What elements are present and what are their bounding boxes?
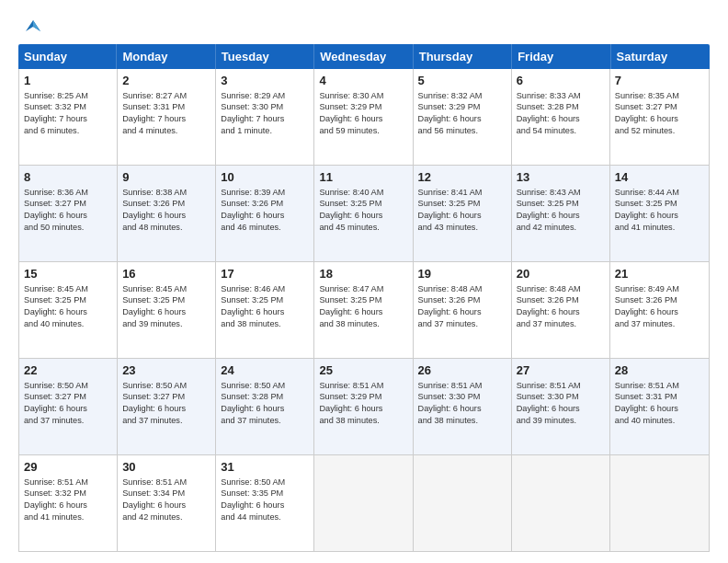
day-number-19: 19: [418, 266, 506, 282]
day-cell-14: 14Sunrise: 8:44 AM Sunset: 3:25 PM Dayli…: [610, 166, 709, 261]
logo: [18, 15, 42, 35]
day-number-8: 8: [24, 169, 112, 186]
day-number-2: 2: [122, 73, 210, 89]
day-text-25: Sunrise: 8:51 AM Sunset: 3:29 PM Dayligh…: [319, 381, 383, 426]
day-cell-20: 20Sunrise: 8:48 AM Sunset: 3:26 PM Dayli…: [512, 262, 610, 358]
day-cell-19: 19Sunrise: 8:48 AM Sunset: 3:26 PM Dayli…: [414, 262, 512, 358]
header-thursday: Thursday: [414, 44, 512, 69]
header-friday: Friday: [512, 44, 610, 69]
week-row-1: 1Sunrise: 8:25 AM Sunset: 3:32 PM Daylig…: [19, 69, 709, 166]
day-text-16: Sunrise: 8:45 AM Sunset: 3:25 PM Dayligh…: [122, 284, 187, 329]
day-cell-13: 13Sunrise: 8:43 AM Sunset: 3:25 PM Dayli…: [512, 166, 610, 261]
day-number-20: 20: [517, 266, 605, 282]
page: Sunday Monday Tuesday Wednesday Thursday…: [0, 0, 728, 563]
day-text-12: Sunrise: 8:41 AM Sunset: 3:25 PM Dayligh…: [418, 188, 483, 233]
day-cell-31: 31Sunrise: 8:50 AM Sunset: 3:35 PM Dayli…: [216, 455, 314, 551]
day-number-28: 28: [615, 362, 704, 379]
day-cell-27: 27Sunrise: 8:51 AM Sunset: 3:30 PM Dayli…: [512, 359, 610, 454]
day-number-7: 7: [615, 73, 704, 89]
day-cell-18: 18Sunrise: 8:47 AM Sunset: 3:25 PM Dayli…: [314, 262, 413, 358]
calendar: Sunday Monday Tuesday Wednesday Thursday…: [18, 44, 710, 552]
day-number-23: 23: [122, 362, 210, 379]
svg-marker-1: [33, 20, 40, 31]
day-cell-22: 22Sunrise: 8:50 AM Sunset: 3:27 PM Dayli…: [19, 359, 118, 454]
calendar-header: Sunday Monday Tuesday Wednesday Thursday…: [18, 44, 710, 69]
logo-bird-icon: [22, 15, 42, 39]
calendar-body: 1Sunrise: 8:25 AM Sunset: 3:32 PM Daylig…: [18, 69, 710, 552]
day-cell-25: 25Sunrise: 8:51 AM Sunset: 3:29 PM Dayli…: [314, 359, 413, 454]
day-number-24: 24: [221, 362, 309, 379]
day-text-11: Sunrise: 8:40 AM Sunset: 3:25 PM Dayligh…: [319, 188, 383, 233]
day-number-4: 4: [319, 73, 407, 89]
day-number-16: 16: [122, 266, 210, 282]
day-cell-15: 15Sunrise: 8:45 AM Sunset: 3:25 PM Dayli…: [19, 262, 118, 358]
day-cell-9: 9Sunrise: 8:38 AM Sunset: 3:26 PM Daylig…: [118, 166, 216, 261]
day-number-29: 29: [24, 459, 112, 476]
day-number-5: 5: [418, 73, 506, 89]
day-number-21: 21: [615, 266, 704, 282]
day-number-3: 3: [221, 73, 309, 89]
day-cell-26: 26Sunrise: 8:51 AM Sunset: 3:30 PM Dayli…: [414, 359, 512, 454]
empty-cell-w4c4: [414, 455, 512, 551]
day-text-23: Sunrise: 8:50 AM Sunset: 3:27 PM Dayligh…: [122, 381, 187, 426]
day-text-27: Sunrise: 8:51 AM Sunset: 3:30 PM Dayligh…: [517, 381, 581, 426]
day-number-26: 26: [418, 362, 506, 379]
day-cell-16: 16Sunrise: 8:45 AM Sunset: 3:25 PM Dayli…: [118, 262, 216, 358]
day-cell-10: 10Sunrise: 8:39 AM Sunset: 3:26 PM Dayli…: [216, 166, 314, 261]
day-text-13: Sunrise: 8:43 AM Sunset: 3:25 PM Dayligh…: [517, 188, 581, 233]
week-row-5: 29Sunrise: 8:51 AM Sunset: 3:32 PM Dayli…: [19, 455, 709, 551]
day-text-29: Sunrise: 8:51 AM Sunset: 3:32 PM Dayligh…: [24, 477, 88, 523]
day-cell-2: 2Sunrise: 8:27 AM Sunset: 3:31 PM Daylig…: [118, 69, 216, 165]
day-cell-6: 6Sunrise: 8:33 AM Sunset: 3:28 PM Daylig…: [512, 69, 610, 165]
header-monday: Monday: [117, 44, 215, 69]
day-cell-24: 24Sunrise: 8:50 AM Sunset: 3:28 PM Dayli…: [216, 359, 314, 454]
day-text-6: Sunrise: 8:33 AM Sunset: 3:28 PM Dayligh…: [517, 91, 581, 136]
day-text-19: Sunrise: 8:48 AM Sunset: 3:26 PM Dayligh…: [418, 284, 483, 329]
day-cell-11: 11Sunrise: 8:40 AM Sunset: 3:25 PM Dayli…: [314, 166, 413, 261]
day-number-12: 12: [418, 169, 506, 186]
day-text-31: Sunrise: 8:50 AM Sunset: 3:35 PM Dayligh…: [221, 477, 285, 523]
day-text-5: Sunrise: 8:32 AM Sunset: 3:29 PM Dayligh…: [418, 91, 483, 136]
day-text-1: Sunrise: 8:25 AM Sunset: 3:32 PM Dayligh…: [24, 91, 88, 136]
day-cell-29: 29Sunrise: 8:51 AM Sunset: 3:32 PM Dayli…: [19, 455, 118, 551]
day-number-25: 25: [319, 362, 407, 379]
day-cell-21: 21Sunrise: 8:49 AM Sunset: 3:26 PM Dayli…: [610, 262, 709, 358]
day-text-20: Sunrise: 8:48 AM Sunset: 3:26 PM Dayligh…: [517, 284, 581, 329]
day-cell-4: 4Sunrise: 8:30 AM Sunset: 3:29 PM Daylig…: [314, 69, 413, 165]
day-number-6: 6: [517, 73, 605, 89]
day-cell-5: 5Sunrise: 8:32 AM Sunset: 3:29 PM Daylig…: [414, 69, 512, 165]
day-number-22: 22: [24, 362, 112, 379]
day-cell-12: 12Sunrise: 8:41 AM Sunset: 3:25 PM Dayli…: [414, 166, 512, 261]
day-number-10: 10: [221, 169, 309, 186]
day-text-22: Sunrise: 8:50 AM Sunset: 3:27 PM Dayligh…: [24, 381, 88, 426]
week-row-2: 8Sunrise: 8:36 AM Sunset: 3:27 PM Daylig…: [19, 166, 709, 262]
day-number-30: 30: [122, 459, 210, 476]
day-cell-28: 28Sunrise: 8:51 AM Sunset: 3:31 PM Dayli…: [610, 359, 709, 454]
day-text-17: Sunrise: 8:46 AM Sunset: 3:25 PM Dayligh…: [221, 284, 285, 329]
day-text-28: Sunrise: 8:51 AM Sunset: 3:31 PM Dayligh…: [615, 381, 679, 426]
day-text-24: Sunrise: 8:50 AM Sunset: 3:28 PM Dayligh…: [221, 381, 285, 426]
day-number-11: 11: [319, 169, 407, 186]
day-text-26: Sunrise: 8:51 AM Sunset: 3:30 PM Dayligh…: [418, 381, 483, 426]
header: [18, 15, 710, 35]
day-text-9: Sunrise: 8:38 AM Sunset: 3:26 PM Dayligh…: [122, 188, 187, 233]
day-cell-3: 3Sunrise: 8:29 AM Sunset: 3:30 PM Daylig…: [216, 69, 314, 165]
day-number-31: 31: [221, 459, 309, 476]
week-row-3: 15Sunrise: 8:45 AM Sunset: 3:25 PM Dayli…: [19, 262, 709, 359]
header-saturday: Saturday: [611, 44, 710, 69]
day-number-17: 17: [221, 266, 309, 282]
day-number-14: 14: [615, 169, 704, 186]
header-wednesday: Wednesday: [314, 44, 413, 69]
empty-cell-w4c3: [314, 455, 413, 551]
day-text-30: Sunrise: 8:51 AM Sunset: 3:34 PM Dayligh…: [122, 477, 187, 523]
day-text-14: Sunrise: 8:44 AM Sunset: 3:25 PM Dayligh…: [615, 188, 679, 233]
day-text-2: Sunrise: 8:27 AM Sunset: 3:31 PM Dayligh…: [122, 91, 187, 136]
day-number-18: 18: [319, 266, 407, 282]
day-number-1: 1: [24, 73, 112, 89]
day-text-15: Sunrise: 8:45 AM Sunset: 3:25 PM Dayligh…: [24, 284, 88, 329]
day-cell-30: 30Sunrise: 8:51 AM Sunset: 3:34 PM Dayli…: [118, 455, 216, 551]
day-cell-23: 23Sunrise: 8:50 AM Sunset: 3:27 PM Dayli…: [118, 359, 216, 454]
day-text-18: Sunrise: 8:47 AM Sunset: 3:25 PM Dayligh…: [319, 284, 383, 329]
day-text-7: Sunrise: 8:35 AM Sunset: 3:27 PM Dayligh…: [615, 91, 679, 136]
day-number-27: 27: [517, 362, 605, 379]
